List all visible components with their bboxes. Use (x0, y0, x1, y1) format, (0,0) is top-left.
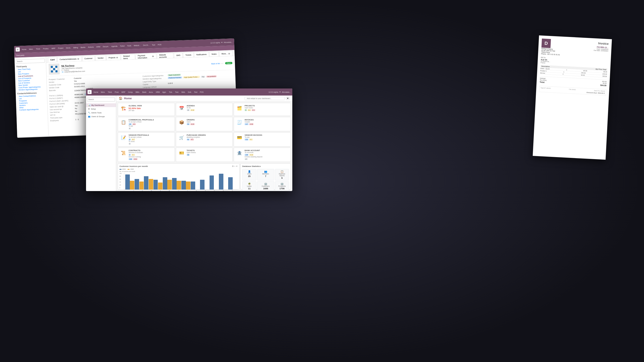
home-nav-home[interactable]: Home (93, 91, 99, 94)
sidebar-item-my-dashboard[interactable]: 📊 My Dashboard (86, 103, 116, 107)
home-nav-billin[interactable]: Billin. (135, 91, 141, 94)
stat-members-icon: 👥 (258, 170, 273, 173)
dash-card-vendor-invoices[interactable]: 💳 VENDOR INVOICES To pay: 112 A 1 (234, 132, 291, 147)
purchase-orders-title: PURCHASE ORDERS (187, 134, 231, 136)
tab-projects[interactable]: Projects 4 (106, 55, 120, 60)
dash-card-commercial[interactable]: 📋 COMMERCIAL PROPOSALS To accept | refus… (118, 117, 175, 131)
purchase-orders-icon: 🛒 (178, 134, 185, 141)
home-nav-star[interactable]: ★ (279, 91, 281, 93)
nav-tools[interactable]: Tools (126, 44, 132, 47)
nav-hrm[interactable]: HRM (95, 45, 101, 48)
nav-prev[interactable]: ‹ (221, 62, 222, 64)
home-nav-tick[interactable]: Tick. (168, 91, 174, 94)
dash-card-orders[interactable]: 📦 ORDERS Open: 54 A 24 (176, 117, 233, 131)
nav-user[interactable]: Alicealala... (224, 41, 233, 43)
tab-website[interactable]: Website accounts (157, 53, 174, 58)
sidebar-item-users-groups[interactable]: 👥 Users & Groups (86, 115, 116, 118)
home-nav-comp[interactable]: Comp. (127, 91, 134, 94)
x-label-N: N (219, 190, 228, 191)
nav-mrp[interactable]: MRP (51, 47, 57, 50)
nav-pos[interactable]: POS (157, 43, 163, 46)
tab-tickets[interactable]: Tickets (183, 52, 194, 58)
vendor-invoices-info: VENDOR INVOICES To pay: 112 A 1 (245, 134, 289, 141)
home-nav-mrp[interactable]: MRP (120, 91, 127, 94)
tab-customer[interactable]: Customer (82, 56, 95, 61)
tab-related-items[interactable]: Related Items (121, 54, 135, 60)
home-nav-mem[interactable]: Mem. (100, 91, 106, 94)
stat-leave[interactable]: 🌴 Leave 11 (242, 181, 256, 191)
home-nav-doit[interactable]: Doit. (187, 91, 192, 94)
stat-expense-reports[interactable]: 📋 Expense reports 6 (275, 169, 289, 180)
home-nav-test[interactable]: Test (193, 91, 198, 94)
nav-star[interactable]: ★ (221, 41, 223, 43)
nav-banks[interactable]: Banks (79, 46, 87, 49)
nav-agenda[interactable]: Agenda (110, 44, 119, 48)
nav-test[interactable]: Test (151, 43, 156, 46)
dash-card-tickets[interactable]: 🎫 TICKETS Open tickets: 58 (176, 148, 233, 162)
dash-card-invoices[interactable]: 🧾 INVOICES Unpaid: 117 A 45 (234, 117, 291, 131)
dash-card-agenda[interactable]: 📅 AGENDA To do: 13 A 12 (176, 103, 233, 116)
dash-card-bank[interactable]: 🏦 BANK ACCOUNT To reconcile: 138 A 10 Ch… (234, 148, 291, 162)
sidebar-item-setup[interactable]: ⚙ Setup (86, 107, 116, 111)
nav-mem[interactable]: Mem. (28, 48, 34, 51)
stat-members[interactable]: 👥 Members 7 (257, 169, 274, 180)
stat-users[interactable]: 👤 Users 25 (242, 169, 256, 180)
vendor-invoices-title: VENDOR INVOICES (245, 134, 289, 136)
nav-devis[interactable]: Devis. (65, 46, 72, 49)
orders-title: ORDERS (187, 119, 231, 121)
nav-billing[interactable]: Billing (72, 46, 79, 49)
home-nav-third[interactable]: Third. (107, 91, 113, 94)
chart-close-btn[interactable]: ✕ (236, 165, 238, 167)
dash-card-vendor-proposals[interactable]: 📝 VENDOR PROPOSALS To accept | refuse: 8… (118, 132, 175, 147)
nav-ticket[interactable]: Ticket (119, 44, 126, 47)
thirdparty-type-label: Third-party type (50, 116, 75, 119)
nav-home[interactable]: Home (21, 48, 27, 51)
home-nav-accu[interactable]: Accu. (148, 91, 154, 94)
home-nav-ager[interactable]: Ager. (161, 91, 167, 94)
home-nav-prod[interactable]: Prod. (114, 91, 120, 94)
tab-card[interactable]: Card (48, 57, 57, 62)
tab-notes[interactable]: Notes (209, 51, 219, 57)
widget-input[interactable] (245, 97, 285, 100)
nav-dotdi[interactable]: Dot.Di... (142, 43, 151, 47)
nav-decum[interactable]: Decum. (102, 45, 110, 48)
dash-card-contracts[interactable]: 📜 CONTRACTS Services to activate: 9 A 1 … (118, 148, 175, 162)
nav-project[interactable]: Project (57, 47, 64, 50)
tab-payment[interactable]: Payment Information 5 (135, 54, 156, 59)
projects-badge-a1: A 1 (248, 109, 251, 111)
tab-notifications[interactable]: Notifications (194, 52, 209, 57)
vat-id-label: VAT ID (50, 113, 75, 116)
home-nav-hrm[interactable]: HRM (155, 91, 161, 94)
tab-vendor[interactable]: Vendor (95, 55, 106, 61)
nav-actions[interactable]: Actions (87, 46, 95, 49)
chart-add-btn[interactable]: + (234, 165, 235, 167)
chart-filter-btn[interactable]: ⚙ (232, 165, 234, 167)
stat-customers[interactable]: 🏢 Customers 1686 (257, 181, 274, 191)
projects-badge-open: 3 (245, 109, 247, 111)
home-search-input[interactable] (87, 98, 115, 102)
projects-badge-a1-red: A 1 (252, 109, 255, 111)
stat-prospects[interactable]: 🏢 Prospects 1706 (275, 181, 289, 191)
dash-card-projects[interactable]: 🗂️ PROJECTS Open tasks: 3 A 1 A 1 (234, 103, 291, 116)
dash-card-purchase-orders[interactable]: 🛒 PURCHASE ORDERS Awaiting reception: 51… (176, 132, 233, 147)
widget-add-btn[interactable]: ▼ (286, 97, 290, 100)
legend-label-2019: 2019 (122, 168, 126, 170)
back-to-list-link[interactable]: Back to list (211, 62, 220, 64)
nav-third[interactable]: Third- (35, 47, 42, 50)
home-nav-tool[interactable]: Tool. (174, 91, 180, 94)
home-nav-pos[interactable]: POS (199, 91, 205, 94)
home-nav-web[interactable]: Web. (180, 91, 186, 94)
home-nav-bank[interactable]: Bank (141, 91, 147, 94)
home-nav-user[interactable]: Alicealala... (282, 91, 291, 93)
tab-contacts[interactable]: Contacts/Addresses 3 (57, 56, 82, 62)
home-odoo-logo[interactable]: D (88, 90, 92, 94)
tab-sms[interactable]: SMS (174, 53, 183, 58)
tab-more[interactable]: More... 2 (219, 51, 232, 56)
nav-websit[interactable]: Websit... (133, 44, 141, 47)
odoo-logo[interactable]: D (16, 48, 20, 52)
sidebar-item-admin-tools[interactable]: 🔧 Admin Tools (86, 111, 116, 115)
nav-produc[interactable]: Produc. (42, 47, 50, 50)
nav-next[interactable]: › (222, 62, 223, 64)
dash-card-global-view[interactable]: 🏗️ GLOBAL VIEW 52.00% late 247 late (118, 103, 175, 116)
sidebar-search-input[interactable] (16, 59, 45, 64)
